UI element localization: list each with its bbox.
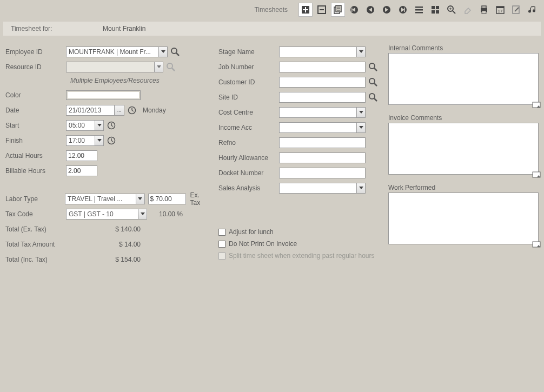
dropdown-arrow-icon[interactable]	[154, 62, 163, 72]
date-input[interactable]: 21/01/2013 ...	[66, 105, 124, 116]
svg-rect-4	[320, 9, 324, 10]
job-number-input[interactable]	[279, 62, 366, 72]
svg-point-62	[369, 78, 375, 84]
date-picker-button[interactable]: ...	[114, 105, 124, 115]
actual-hours-input[interactable]	[66, 150, 97, 161]
do-not-print-row[interactable]: Do Not Print On Invoice	[218, 240, 381, 248]
do-not-print-checkbox[interactable]	[218, 241, 225, 248]
svg-rect-26	[436, 10, 439, 14]
hourly-allowance-input[interactable]	[279, 152, 366, 163]
internal-comments-textarea[interactable]	[388, 53, 539, 105]
income-acc-select[interactable]	[279, 122, 366, 133]
search-icon[interactable]	[170, 46, 181, 57]
adjust-lunch-row[interactable]: Adjust for lunch	[218, 228, 381, 236]
svg-rect-19	[404, 8, 406, 12]
labor-rate-input[interactable]	[148, 194, 186, 204]
dropdown-arrow-icon[interactable]	[356, 47, 365, 57]
tax-code-select[interactable]: GST | GST - 10	[66, 209, 147, 220]
expand-icon[interactable]	[532, 171, 542, 181]
prev-record-button[interactable]	[363, 3, 377, 17]
svg-line-42	[176, 53, 179, 56]
total-inc-tax-label: Total (Inc. Tax)	[5, 256, 87, 263]
search-icon[interactable]	[368, 92, 379, 103]
refno-input[interactable]	[279, 137, 366, 148]
svg-rect-23	[432, 6, 435, 9]
finish-time-select[interactable]: 17:00	[66, 135, 104, 146]
dropdown-arrow-icon[interactable]	[158, 47, 167, 57]
dropdown-arrow-icon[interactable]	[356, 123, 365, 132]
billable-hours-input[interactable]	[66, 165, 97, 176]
dropdown-arrow-icon[interactable]	[95, 121, 103, 130]
dropdown-arrow-icon[interactable]	[356, 108, 365, 117]
svg-rect-12	[351, 8, 353, 12]
multiple-employees-link[interactable]: Multiple Employees/Resources	[70, 77, 211, 84]
calendar-button[interactable]: 17	[493, 3, 507, 17]
color-picker[interactable]	[66, 90, 141, 100]
svg-rect-36	[496, 6, 504, 8]
svg-marker-57	[138, 197, 142, 200]
svg-marker-53	[97, 139, 102, 142]
search-icon[interactable]	[165, 62, 176, 72]
next-record-button[interactable]	[380, 3, 394, 17]
remove-button[interactable]	[315, 3, 329, 17]
svg-marker-68	[359, 187, 363, 189]
search-icon[interactable]	[368, 77, 379, 88]
eraser-button[interactable]	[461, 3, 475, 17]
docket-number-input[interactable]	[279, 168, 366, 178]
svg-rect-21	[415, 9, 423, 11]
expand-icon[interactable]	[532, 102, 542, 111]
labor-type-select[interactable]: TRAVEL | Travel ...	[65, 194, 144, 204]
svg-text:17: 17	[498, 9, 503, 14]
work-performed-textarea[interactable]	[388, 192, 539, 244]
edit-note-button[interactable]	[509, 3, 523, 17]
clock-icon[interactable]	[106, 135, 117, 146]
total-tax-value: $ 14.00	[87, 241, 141, 248]
resource-id-select[interactable]	[66, 62, 163, 72]
svg-line-63	[374, 83, 377, 86]
svg-line-61	[374, 68, 377, 71]
toolbar: Timesheets 17	[0, 0, 544, 19]
svg-point-44	[167, 63, 173, 69]
split-timesheet-checkbox	[218, 253, 225, 260]
print-button[interactable]	[477, 3, 491, 17]
labor-type-label: Labor Type	[5, 195, 65, 203]
sales-analysis-select[interactable]	[279, 183, 366, 194]
zoom-button[interactable]	[445, 3, 459, 17]
start-time-select[interactable]: 05:00	[66, 120, 104, 131]
employee-id-select[interactable]: MOUNTFRANK | Mount Fr...	[66, 46, 168, 57]
docket-number-label: Docket Number	[218, 169, 279, 177]
list-view-button[interactable]	[412, 3, 426, 17]
stage-name-select[interactable]	[279, 46, 366, 57]
dropdown-arrow-icon[interactable]	[95, 136, 103, 145]
customer-id-label: Customer ID	[218, 78, 279, 86]
clock-icon[interactable]	[127, 105, 137, 116]
audio-button[interactable]	[526, 3, 540, 17]
split-timesheet-label: Split time sheet when extending past reg…	[229, 252, 375, 260]
stage-name-label: Stage Name	[218, 48, 279, 56]
customer-id-input[interactable]	[279, 77, 366, 88]
total-ex-tax-value: $ 140.00	[87, 225, 141, 233]
invoice-comments-textarea[interactable]	[388, 123, 539, 175]
last-record-button[interactable]	[396, 3, 410, 17]
expand-icon[interactable]	[532, 241, 542, 250]
search-icon[interactable]	[368, 62, 379, 72]
svg-marker-58	[141, 212, 145, 215]
add-button[interactable]	[298, 3, 313, 17]
dropdown-arrow-icon[interactable]	[136, 194, 144, 204]
income-acc-label: Income Acc	[218, 124, 279, 131]
svg-marker-67	[359, 126, 363, 129]
tax-code-label: Tax Code	[5, 210, 66, 218]
clock-icon[interactable]	[106, 120, 117, 131]
tax-code-rate: 10.00 %	[159, 210, 183, 218]
svg-marker-59	[359, 50, 363, 53]
grid-view-button[interactable]	[428, 3, 442, 17]
copy-button[interactable]	[331, 3, 345, 17]
column-middle: Stage Name Job Number Customer ID Site I…	[218, 44, 381, 267]
adjust-lunch-checkbox[interactable]	[218, 229, 225, 236]
first-record-button[interactable]	[347, 3, 361, 17]
cost-centre-select[interactable]	[279, 107, 366, 118]
svg-point-41	[171, 48, 177, 54]
dropdown-arrow-icon[interactable]	[138, 209, 147, 219]
dropdown-arrow-icon[interactable]	[356, 183, 365, 193]
site-id-input[interactable]	[279, 92, 366, 103]
